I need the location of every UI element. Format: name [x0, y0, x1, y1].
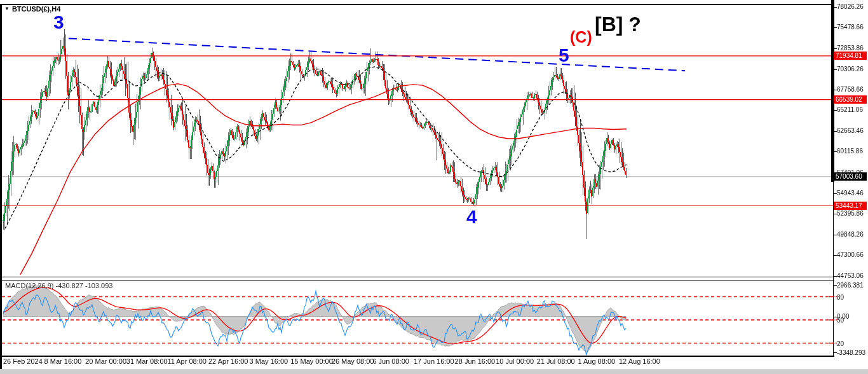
macd-tick-label: 20	[837, 340, 844, 347]
price-tick-label: 70306.26	[837, 66, 864, 73]
date-label: 31 Mar 08:00	[126, 357, 168, 365]
date-label: 17 Jun 16:00	[414, 357, 454, 365]
wave-B-label[interactable]: [B] ?	[595, 14, 641, 34]
left-border	[0, 4, 2, 369]
date-label: 1 Aug 08:00	[578, 357, 615, 365]
chart-canvas[interactable]	[0, 0, 868, 374]
macd-signal-value: -103.093	[85, 282, 112, 289]
price-tick-label: 47300.66	[837, 251, 864, 258]
price-tick-label: 44753.06	[837, 272, 864, 279]
date-label: 20 Mar 00:00	[85, 357, 126, 365]
macd-name: MACD(12,26,9)	[5, 282, 53, 289]
wave-4-label[interactable]: 4	[466, 207, 477, 226]
macd-tick-label: 50	[837, 317, 844, 324]
macd-panel-top-border	[0, 280, 834, 280]
macd-main-value: -430.827	[55, 282, 83, 289]
macd-indicator-label: MACD(12,26,9) -430.827 -103.093	[5, 282, 112, 289]
macd-tick-label: -3348.293	[837, 349, 865, 356]
date-label: 6 Jun 08:00	[372, 357, 409, 365]
price-tick-label: 54943.46	[837, 190, 864, 197]
hline-price-box: 71934.81	[834, 52, 867, 60]
date-label: 26 May 08:00	[332, 357, 374, 365]
date-label: 10 Jul 00:00	[496, 357, 534, 365]
main-panel-bottom-border	[0, 277, 834, 277]
hline-price-box: 53443.17	[834, 202, 867, 210]
date-label: 8 Mar 16:00	[44, 357, 82, 365]
date-label: 15 May 00:00	[290, 357, 333, 365]
price-tick-label: 52395.86	[837, 210, 864, 217]
symbol-selector[interactable]: ▼ BTCUSD(£),H4	[4, 5, 60, 13]
price-tick-label: 62663.46	[837, 127, 864, 134]
date-label: 3 May 16:00	[250, 357, 288, 365]
price-tick-label: 72853.86	[837, 45, 864, 52]
chart-window: ▼ BTCUSD(£),H4 MACD(12,26,9) -430.827 -1…	[0, 0, 868, 374]
price-tick-label: 67758.66	[837, 86, 864, 93]
macd-panel-bottom-border	[0, 356, 834, 357]
macd-tick-label: 80	[837, 294, 844, 301]
date-label: 21 Jul 08:00	[537, 357, 575, 365]
price-tick-label: 75478.66	[837, 24, 864, 31]
date-label: 11 Apr 08:00	[167, 357, 207, 365]
wave-C-label[interactable]: (C)	[570, 29, 592, 45]
price-tick-label: 60115.86	[837, 148, 863, 155]
current-price-box: 57003.60	[834, 172, 867, 181]
wave-3-label[interactable]: 3	[53, 13, 64, 32]
hline-price-box: 66539.02	[834, 95, 867, 104]
top-border	[0, 4, 834, 5]
price-tick-label: 65211.06	[837, 106, 863, 113]
date-label: 28 Jun 16:00	[455, 357, 496, 365]
bottom-scroll-strip[interactable]	[0, 370, 868, 374]
dropdown-triangle-icon: ▼	[4, 6, 10, 11]
price-tick-label: 78026.26	[837, 3, 864, 10]
date-label: 22 Apr 16:00	[208, 357, 248, 365]
date-label: 12 Aug 16:00	[619, 357, 660, 365]
price-tick-label: 49848.26	[837, 231, 864, 238]
macd-tick-label: 2966.381	[837, 282, 864, 289]
date-label: 26 Feb 2024	[3, 357, 43, 365]
wave-5-label[interactable]: 5	[559, 46, 569, 65]
